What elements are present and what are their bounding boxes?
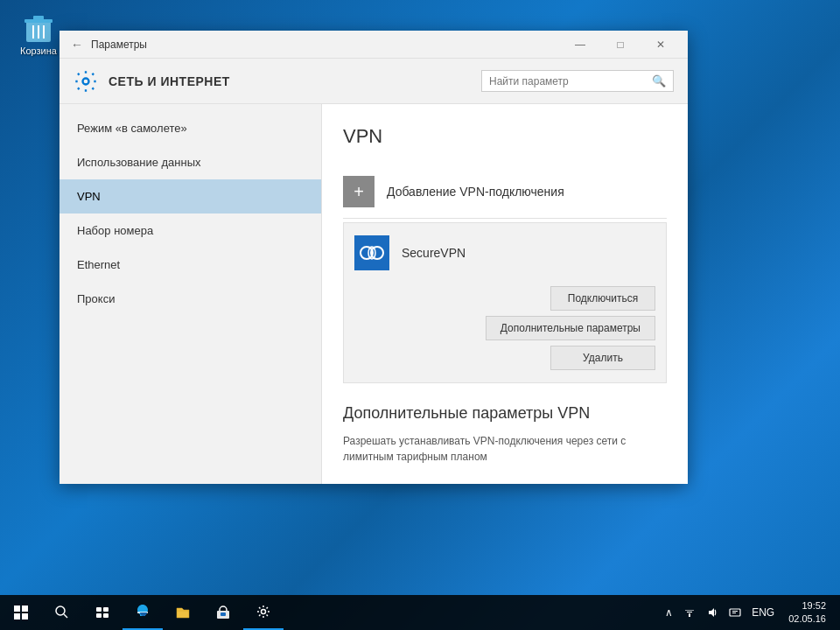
advanced-settings-button[interactable]: Дополнительные параметры <box>486 316 655 340</box>
header-bar: СЕТЬ И ИНТЕРНЕТ 🔍 <box>60 59 688 104</box>
taskbar-time: 19:52 02.05.16 <box>781 599 833 626</box>
svg-line-11 <box>64 614 67 618</box>
search-input[interactable] <box>489 75 652 88</box>
taskbar-taskview-button[interactable] <box>82 595 122 630</box>
sidebar-item-vpn[interactable]: VPN <box>60 179 321 214</box>
svg-rect-13 <box>103 607 108 612</box>
recycle-bin-icon[interactable]: Корзина <box>10 10 66 56</box>
vpn-section-title: VPN <box>343 125 667 148</box>
taskbar-icons <box>42 595 662 630</box>
window-controls: — □ ✕ <box>560 31 681 59</box>
main-content: VPN + Добавление VPN-подключения <box>322 104 688 484</box>
add-vpn-icon: + <box>343 176 374 207</box>
taskbar-settings-button[interactable] <box>243 595 284 630</box>
minimize-button[interactable]: — <box>560 31 600 59</box>
svg-point-18 <box>262 610 266 614</box>
settings-gear-icon <box>74 69 98 94</box>
taskbar-store-button[interactable] <box>203 595 243 630</box>
header-title: СЕТЬ И ИНТЕРНЕТ <box>108 74 481 88</box>
taskbar: ∧ ENG <box>0 595 840 630</box>
taskbar-language[interactable]: ENG <box>748 606 778 619</box>
maximize-button[interactable]: □ <box>600 31 640 59</box>
taskbar-edge-button[interactable] <box>122 595 163 630</box>
search-box[interactable]: 🔍 <box>481 70 674 92</box>
windows-logo-icon <box>14 606 28 620</box>
content-area: Режим «в самолете» Использование данных … <box>60 104 688 484</box>
additional-vpn-title: Дополнительные параметры VPN <box>343 404 667 423</box>
taskbar-search-button[interactable] <box>42 595 82 630</box>
svg-rect-14 <box>96 613 102 618</box>
close-button[interactable]: ✕ <box>640 31 681 59</box>
titlebar: ← Параметры — □ ✕ <box>60 31 688 59</box>
additional-vpn-desc: Разрешать устанавливать VPN-подключения … <box>343 433 667 465</box>
tray-volume-icon[interactable] <box>703 606 722 619</box>
sidebar-item-data-usage[interactable]: Использование данных <box>60 145 321 179</box>
vpn-logo <box>354 235 389 270</box>
svg-rect-17 <box>220 612 226 616</box>
svg-rect-21 <box>685 610 694 611</box>
tray-network-icon[interactable] <box>680 606 699 619</box>
remove-button[interactable]: Удалить <box>550 346 655 370</box>
sidebar-item-airplane[interactable]: Режим «в самолете» <box>60 111 321 145</box>
taskbar-tray: ∧ ENG <box>662 599 840 626</box>
svg-rect-15 <box>103 613 108 618</box>
add-vpn-label: Добавление VPN-подключения <box>387 185 564 199</box>
vpn-entry-name: SecureVPN <box>402 246 466 260</box>
add-vpn-row[interactable]: + Добавление VPN-подключения <box>343 165 667 219</box>
svg-rect-24 <box>732 611 738 612</box>
svg-rect-2 <box>33 16 44 20</box>
taskbar-explorer-button[interactable] <box>163 595 203 630</box>
connect-button[interactable]: Подключиться <box>550 286 655 311</box>
svg-rect-12 <box>96 607 102 612</box>
tray-notification-icon[interactable] <box>725 606 745 619</box>
start-button[interactable] <box>0 595 42 630</box>
svg-rect-20 <box>687 612 692 612</box>
sidebar-item-dialup[interactable]: Набор номера <box>60 214 321 248</box>
tray-chevron-icon[interactable]: ∧ <box>662 606 676 619</box>
sidebar: Режим «в самолете» Использование данных … <box>60 104 322 484</box>
sidebar-item-ethernet[interactable]: Ethernet <box>60 248 321 282</box>
svg-point-10 <box>56 606 65 615</box>
svg-marker-22 <box>709 608 714 617</box>
recycle-bin-label: Корзина <box>20 46 57 56</box>
settings-window: ← Параметры — □ ✕ СЕТЬ И ИНТЕРНЕТ 🔍 <box>60 31 688 484</box>
search-icon: 🔍 <box>652 74 666 88</box>
sidebar-item-proxy[interactable]: Прокси <box>60 282 321 316</box>
vpn-entry-header: SecureVPN <box>344 223 666 283</box>
back-button[interactable]: ← <box>66 34 88 55</box>
vpn-buttons: Подключиться Дополнительные параметры Уд… <box>344 283 666 382</box>
window-title: Параметры <box>91 38 560 51</box>
svg-point-6 <box>83 78 89 84</box>
svg-rect-19 <box>689 613 690 617</box>
vpn-entry-securevpn: SecureVPN Подключиться Дополнительные па… <box>343 222 667 383</box>
desktop: Корзина ← Параметры — □ ✕ СЕТЬ И ИНТЕРНЕ… <box>0 0 840 630</box>
svg-rect-25 <box>732 612 736 613</box>
